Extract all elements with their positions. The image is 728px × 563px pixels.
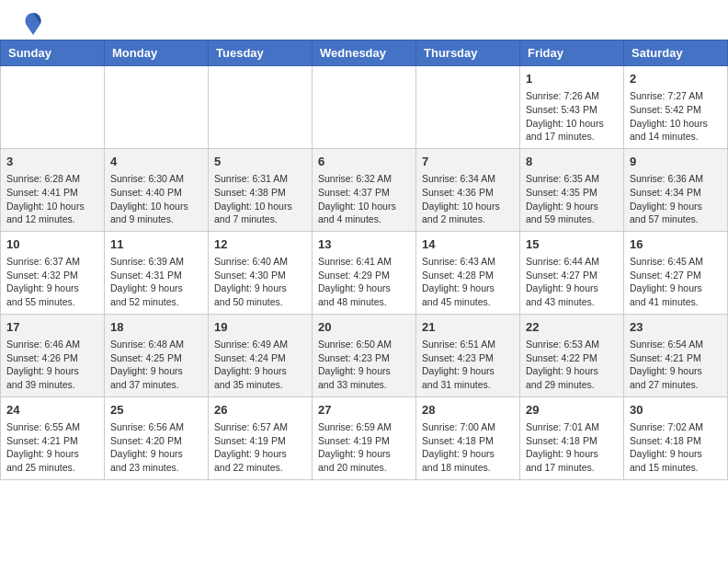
weekday-header-saturday: Saturday xyxy=(624,40,728,66)
day-info: Sunrise: 6:48 AM Sunset: 4:25 PM Dayligh… xyxy=(110,339,184,390)
day-number: 27 xyxy=(318,402,410,419)
day-info: Sunrise: 6:49 AM Sunset: 4:24 PM Dayligh… xyxy=(214,339,288,390)
day-number: 8 xyxy=(526,154,618,170)
day-info: Sunrise: 6:45 AM Sunset: 4:27 PM Dayligh… xyxy=(630,256,703,307)
day-number: 21 xyxy=(422,319,514,336)
calendar-cell: 20Sunrise: 6:50 AM Sunset: 4:23 PM Dayli… xyxy=(313,314,416,396)
day-number: 7 xyxy=(422,154,514,170)
day-info: Sunrise: 6:56 AM Sunset: 4:20 PM Dayligh… xyxy=(110,421,184,473)
day-info: Sunrise: 7:00 AM Sunset: 4:18 PM Dayligh… xyxy=(422,421,495,473)
day-number: 26 xyxy=(214,402,306,419)
calendar-row-1: 1Sunrise: 7:26 AM Sunset: 5:43 PM Daylig… xyxy=(1,66,728,149)
day-info: Sunrise: 6:32 AM Sunset: 4:37 PM Dayligh… xyxy=(318,173,396,224)
calendar: SundayMondayTuesdayWednesdayThursdayFrid… xyxy=(0,40,728,480)
calendar-cell: 16Sunrise: 6:45 AM Sunset: 4:27 PM Dayli… xyxy=(624,231,728,314)
calendar-row-4: 17Sunrise: 6:46 AM Sunset: 4:26 PM Dayli… xyxy=(1,314,728,396)
day-info: Sunrise: 7:01 AM Sunset: 4:18 PM Dayligh… xyxy=(526,421,599,473)
calendar-cell: 14Sunrise: 6:43 AM Sunset: 4:28 PM Dayli… xyxy=(416,231,520,314)
logo-icon xyxy=(20,9,46,35)
day-info: Sunrise: 7:27 AM Sunset: 5:42 PM Dayligh… xyxy=(630,90,708,142)
calendar-cell: 11Sunrise: 6:39 AM Sunset: 4:31 PM Dayli… xyxy=(105,231,209,314)
day-info: Sunrise: 6:53 AM Sunset: 4:22 PM Dayligh… xyxy=(526,339,599,390)
weekday-header-sunday: Sunday xyxy=(1,40,105,66)
day-number: 19 xyxy=(214,319,306,336)
day-number: 14 xyxy=(422,236,514,253)
day-number: 23 xyxy=(630,319,722,336)
day-info: Sunrise: 6:55 AM Sunset: 4:21 PM Dayligh… xyxy=(6,421,80,473)
day-info: Sunrise: 6:28 AM Sunset: 4:41 PM Dayligh… xyxy=(6,173,85,224)
calendar-cell: 7Sunrise: 6:34 AM Sunset: 4:36 PM Daylig… xyxy=(416,148,520,231)
day-number: 3 xyxy=(6,154,98,170)
day-number: 11 xyxy=(110,236,202,253)
calendar-cell: 29Sunrise: 7:01 AM Sunset: 4:18 PM Dayli… xyxy=(520,396,624,479)
day-info: Sunrise: 6:44 AM Sunset: 4:27 PM Dayligh… xyxy=(526,256,599,307)
calendar-cell xyxy=(313,66,416,149)
day-info: Sunrise: 6:37 AM Sunset: 4:32 PM Dayligh… xyxy=(6,256,80,307)
day-number: 15 xyxy=(526,236,618,253)
calendar-cell: 18Sunrise: 6:48 AM Sunset: 4:25 PM Dayli… xyxy=(105,314,209,396)
day-info: Sunrise: 6:35 AM Sunset: 4:35 PM Dayligh… xyxy=(526,173,599,224)
day-number: 10 xyxy=(6,236,98,253)
weekday-header-row: SundayMondayTuesdayWednesdayThursdayFrid… xyxy=(1,40,728,66)
calendar-cell: 3Sunrise: 6:28 AM Sunset: 4:41 PM Daylig… xyxy=(1,148,105,231)
calendar-cell: 25Sunrise: 6:56 AM Sunset: 4:20 PM Dayli… xyxy=(105,396,209,479)
weekday-header-friday: Friday xyxy=(520,40,624,66)
weekday-header-monday: Monday xyxy=(105,40,209,66)
day-info: Sunrise: 6:40 AM Sunset: 4:30 PM Dayligh… xyxy=(214,256,288,307)
day-info: Sunrise: 6:54 AM Sunset: 4:21 PM Dayligh… xyxy=(630,339,703,390)
day-number: 2 xyxy=(630,71,722,87)
day-number: 13 xyxy=(318,236,410,253)
calendar-cell: 15Sunrise: 6:44 AM Sunset: 4:27 PM Dayli… xyxy=(520,231,624,314)
calendar-cell: 30Sunrise: 7:02 AM Sunset: 4:18 PM Dayli… xyxy=(624,396,728,479)
day-info: Sunrise: 6:50 AM Sunset: 4:23 PM Dayligh… xyxy=(318,339,392,390)
calendar-cell: 13Sunrise: 6:41 AM Sunset: 4:29 PM Dayli… xyxy=(313,231,416,314)
calendar-cell: 2Sunrise: 7:27 AM Sunset: 5:42 PM Daylig… xyxy=(624,66,728,149)
calendar-cell: 24Sunrise: 6:55 AM Sunset: 4:21 PM Dayli… xyxy=(1,396,105,479)
weekday-header-thursday: Thursday xyxy=(416,40,520,66)
calendar-cell: 4Sunrise: 6:30 AM Sunset: 4:40 PM Daylig… xyxy=(105,148,209,231)
day-number: 30 xyxy=(630,402,722,419)
day-number: 28 xyxy=(422,402,514,419)
day-info: Sunrise: 7:26 AM Sunset: 5:43 PM Dayligh… xyxy=(526,90,604,142)
calendar-cell: 23Sunrise: 6:54 AM Sunset: 4:21 PM Dayli… xyxy=(624,314,728,396)
day-info: Sunrise: 6:30 AM Sunset: 4:40 PM Dayligh… xyxy=(110,173,188,224)
weekday-header-wednesday: Wednesday xyxy=(313,40,416,66)
logo xyxy=(18,9,46,35)
calendar-cell: 6Sunrise: 6:32 AM Sunset: 4:37 PM Daylig… xyxy=(313,148,416,231)
day-info: Sunrise: 6:59 AM Sunset: 4:19 PM Dayligh… xyxy=(318,421,392,473)
day-number: 25 xyxy=(110,402,202,419)
calendar-cell: 22Sunrise: 6:53 AM Sunset: 4:22 PM Dayli… xyxy=(520,314,624,396)
day-number: 6 xyxy=(318,154,410,170)
calendar-cell: 5Sunrise: 6:31 AM Sunset: 4:38 PM Daylig… xyxy=(209,148,313,231)
day-number: 5 xyxy=(214,154,306,170)
calendar-row-2: 3Sunrise: 6:28 AM Sunset: 4:41 PM Daylig… xyxy=(1,148,728,231)
day-number: 22 xyxy=(526,319,618,336)
day-info: Sunrise: 6:34 AM Sunset: 4:36 PM Dayligh… xyxy=(422,173,500,224)
day-number: 12 xyxy=(214,236,306,253)
calendar-cell: 9Sunrise: 6:36 AM Sunset: 4:34 PM Daylig… xyxy=(624,148,728,231)
day-info: Sunrise: 6:43 AM Sunset: 4:28 PM Dayligh… xyxy=(422,256,495,307)
day-number: 29 xyxy=(526,402,618,419)
calendar-cell xyxy=(209,66,313,149)
calendar-cell: 28Sunrise: 7:00 AM Sunset: 4:18 PM Dayli… xyxy=(416,396,520,479)
day-info: Sunrise: 6:51 AM Sunset: 4:23 PM Dayligh… xyxy=(422,339,495,390)
calendar-cell: 27Sunrise: 6:59 AM Sunset: 4:19 PM Dayli… xyxy=(313,396,416,479)
day-info: Sunrise: 6:39 AM Sunset: 4:31 PM Dayligh… xyxy=(110,256,184,307)
header xyxy=(0,0,728,40)
calendar-cell: 10Sunrise: 6:37 AM Sunset: 4:32 PM Dayli… xyxy=(1,231,105,314)
day-number: 24 xyxy=(6,402,98,419)
calendar-row-5: 24Sunrise: 6:55 AM Sunset: 4:21 PM Dayli… xyxy=(1,396,728,479)
day-number: 16 xyxy=(630,236,722,253)
day-number: 20 xyxy=(318,319,410,336)
calendar-cell: 26Sunrise: 6:57 AM Sunset: 4:19 PM Dayli… xyxy=(209,396,313,479)
calendar-cell: 21Sunrise: 6:51 AM Sunset: 4:23 PM Dayli… xyxy=(416,314,520,396)
calendar-cell xyxy=(416,66,520,149)
day-info: Sunrise: 6:41 AM Sunset: 4:29 PM Dayligh… xyxy=(318,256,392,307)
day-number: 17 xyxy=(6,319,98,336)
day-number: 4 xyxy=(110,154,202,170)
calendar-cell xyxy=(1,66,105,149)
calendar-cell: 1Sunrise: 7:26 AM Sunset: 5:43 PM Daylig… xyxy=(520,66,624,149)
calendar-cell: 19Sunrise: 6:49 AM Sunset: 4:24 PM Dayli… xyxy=(209,314,313,396)
day-info: Sunrise: 6:31 AM Sunset: 4:38 PM Dayligh… xyxy=(214,173,292,224)
day-number: 9 xyxy=(630,154,722,170)
